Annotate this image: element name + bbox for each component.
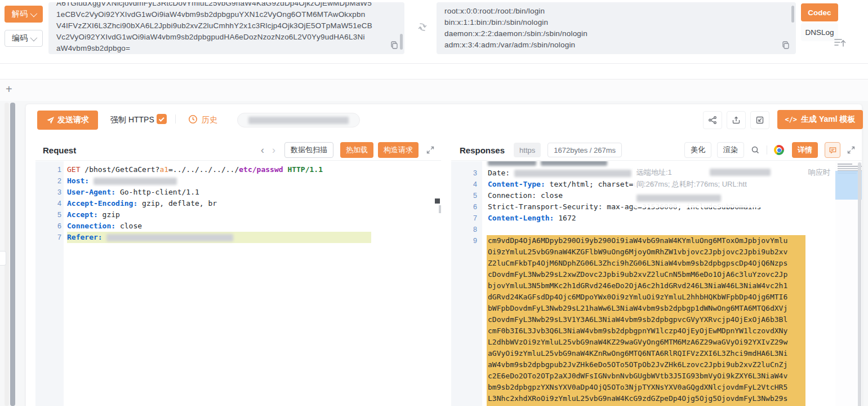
request-line[interactable]: 2Host: xyxy=(35,175,441,187)
line-number: 3 xyxy=(451,167,477,179)
copy-icon[interactable] xyxy=(390,41,399,50)
prev-packet-icon[interactable]: ‹ xyxy=(261,144,264,156)
packet-scan-button[interactable]: 数据包扫描 xyxy=(284,142,333,158)
highlighted-base64: aW4vbm9sb2dpbgpub2JvZHk6eDo5OTo5OTpOb2Jv… xyxy=(487,359,805,370)
responses-title: Responses xyxy=(460,145,505,155)
highlighted-base64: aGVyOi9zYmluL25vbG9naW4KZnRwOng6MTQ6NTA6… xyxy=(487,348,805,359)
line-content: User-Agent: Go-http-client/1.1 xyxy=(67,187,199,198)
response-body-line[interactable]: cDovdmFyL3Nwb29sL3V1Y3A6L3NiaW4vbm9sb2dp… xyxy=(451,314,862,325)
share-button[interactable] xyxy=(703,111,722,129)
response-body-line[interactable]: Oi9zYmluL25vbG9naW4KZGFlbW9uOng6MjoyOmRh… xyxy=(451,246,862,258)
response-line[interactable]: 7Content-Length: 1672 xyxy=(451,213,862,224)
line-number: 9 xyxy=(451,235,477,246)
response-body-line[interactable]: dGRvd24KaGFsdDp4Ojc6MDpoYWx0Oi9zYmluOi9z… xyxy=(451,292,862,303)
check-icon xyxy=(158,116,164,121)
history-clock-icon[interactable] xyxy=(188,114,198,124)
response-body-line[interactable]: c2E6eDo2OTo2OTp2aXJ0dWFsIGNvbnNvbGUgbWVt… xyxy=(451,370,862,382)
response-scrollbar[interactable] xyxy=(858,162,861,406)
response-body-line[interactable]: bjovYmluL3N5bmMKc2h1dGRvd246eDo2OjA6c2h1… xyxy=(451,280,862,292)
chrome-icon[interactable] xyxy=(774,145,784,155)
overview-ruler-mark xyxy=(439,205,441,213)
fullscreen-icon[interactable] xyxy=(426,146,434,154)
paper-plane-icon xyxy=(46,116,55,125)
tab-dnslog-label: DNSLog xyxy=(805,28,834,37)
line-content: Referer: xyxy=(67,232,371,243)
send-request-label: 发送请求 xyxy=(57,115,89,125)
response-body-line[interactable]: bm9sb2dpbgpzYXNsYXV0aDp4OjQ5OTo3NjpTYXNs… xyxy=(451,382,862,393)
next-packet-icon[interactable]: › xyxy=(272,144,275,156)
response-body-line[interactable]: cmF0b3I6L3Jvb3Q6L3NiaW4vbm9sb2dpbgpnYW1l… xyxy=(451,325,862,337)
response-body-line[interactable]: bWFpbDovdmFyL3Nwb29sL21haWw6L3NiaW4vbm9s… xyxy=(451,303,862,314)
protocol-tag: https xyxy=(514,143,541,157)
codec-output[interactable]: root:x:0:0:root:/root:/bin/loginbin:x:1:… xyxy=(437,2,796,54)
fullscreen-icon[interactable] xyxy=(847,146,855,154)
highlighted-base64: bWFpbDovdmFyL3Nwb29sL21haWw6L3NiaW4vbm9s… xyxy=(487,303,805,314)
request-line[interactable]: 1GET /bhost/GetCaCert?a1=../../../../../… xyxy=(35,164,441,175)
generate-yaml-button[interactable]: </> 生成 Yaml 模板 xyxy=(777,110,863,129)
line-content: Connection: close xyxy=(67,220,142,232)
response-body-line[interactable]: L3Nhc2xhdXRoOi9zYmluL25vbG9naW4KcG9zdGZp… xyxy=(451,393,862,404)
copy-icon[interactable] xyxy=(781,41,790,50)
export-button[interactable] xyxy=(727,111,746,129)
tab-codec-label: Codec xyxy=(808,8,831,17)
responses-header: Responses https 1672bytes / 267ms 美化 渲染 … xyxy=(451,140,862,161)
render-button[interactable]: 渲染 xyxy=(717,142,744,158)
divider xyxy=(175,114,176,123)
response-body-line[interactable]: aW4vbm9sb2dpbgpub2JvZHk6eDo5OTo5OTpOb2Jv… xyxy=(451,359,862,370)
response-editor[interactable]: 3Date: GMT4Content-Type: text/html; char… xyxy=(451,161,862,406)
chevron-down-icon xyxy=(30,10,38,17)
response-body-line[interactable]: 9cm9vdDp4OjA6MDpyb290Oi9yb290Oi9iaW4vbG9… xyxy=(451,235,862,246)
sidebar-collapse-handle[interactable] xyxy=(0,251,6,266)
collapse-panel-icon[interactable] xyxy=(833,35,847,50)
response-body-line[interactable]: aGVyOi9zYmluL25vbG9naW4KZnRwOng6MTQ6NTA6… xyxy=(451,348,862,359)
overview-ruler-mark xyxy=(435,198,440,204)
response-body-line[interactable]: L2dhbWVzOi9zYmluL25vbG9naW4KZ29waGVyOng6… xyxy=(451,337,862,348)
request-line[interactable]: 5Accept: gzip xyxy=(35,209,441,220)
codec-input[interactable]: A6TGludXggVXNlcjovdmFyL3RtcDovYmluL25vbG… xyxy=(48,2,404,54)
request-editor[interactable]: 1GET /bhost/GetCaCert?a1=../../../../../… xyxy=(35,161,441,406)
target-url-field[interactable] xyxy=(237,113,360,127)
send-request-button[interactable]: 发送请求 xyxy=(37,111,98,130)
highlighted-base64: bjovYmluL3N5bmMKc2h1dGRvd246eDo2OjA6c2h1… xyxy=(487,280,805,292)
beautify-button[interactable]: 美化 xyxy=(684,142,711,158)
force-https-checkbox[interactable] xyxy=(157,114,167,124)
swap-arrows-icon[interactable] xyxy=(417,21,428,33)
decode-button[interactable]: 解码 xyxy=(5,6,43,23)
highlighted-base64: L2dhbWVzOi9zYmluL25vbG9naW4KZ29waGVyOng6… xyxy=(487,337,805,348)
response-line[interactable]: 8 xyxy=(451,224,862,235)
details-button[interactable]: 详情 xyxy=(792,142,818,158)
force-https-label: 强制 HTTPS xyxy=(110,115,154,125)
new-tab-button[interactable]: + xyxy=(6,83,12,96)
import-edit-button[interactable] xyxy=(750,111,769,129)
line-number: 2 xyxy=(35,175,61,187)
construct-request-button[interactable]: 构造请求 xyxy=(378,142,419,158)
request-line[interactable]: 4Accept-Encoding: gzip, deflate, br xyxy=(35,198,441,209)
search-icon[interactable] xyxy=(751,145,760,155)
line-content: GET /bhost/GetCaCert?a1=../../../../../e… xyxy=(67,164,323,175)
line-number: 7 xyxy=(451,213,477,224)
highlighted-base64: c2E6eDo2OTo2OTp2aXJ0dWFsIGNvbnNvbGUgbWVt… xyxy=(487,370,805,382)
request-line[interactable]: 6Connection: close xyxy=(35,220,441,232)
splitter-scrollbar[interactable] xyxy=(10,103,15,406)
import-edit-icon xyxy=(755,116,764,125)
scrollbar-thumb[interactable] xyxy=(400,34,403,50)
feedback-chat-icon[interactable] xyxy=(825,142,840,158)
response-body-line[interactable]: Z2luCmFkbTp4OjM6NDphZG06L3Zhci9hZG06L3Ni… xyxy=(451,258,862,269)
line-number: 4 xyxy=(451,179,477,190)
highlighted-base64: cmF0b3I6L3Jvb3Q6L3NiaW4vbm9sb2dpbgpnYW1l… xyxy=(487,325,805,337)
request-line[interactable]: 3User-Agent: Go-http-client/1.1 xyxy=(35,187,441,198)
line-number: 6 xyxy=(35,220,61,232)
response-time-label-part1: 响应时 xyxy=(808,166,830,178)
highlighted-base64: Oi9zYmluL25vbG9naW4KZGFlbW9uOng6MjoyOmRh… xyxy=(487,246,805,258)
response-body-line[interactable]: cDovdmFyL3Nwb29sL2xwZDovc2Jpbi9ub2xvZ2lu… xyxy=(451,269,862,280)
line-content: Content-Type: text/html; charset=utf-8 xyxy=(488,179,655,190)
scrollbar-thumb[interactable] xyxy=(791,6,794,23)
history-link[interactable]: 历史 xyxy=(202,115,217,125)
redacted-value xyxy=(541,161,607,166)
encode-button[interactable]: 编码 xyxy=(5,30,43,47)
chevron-down-icon xyxy=(30,34,38,41)
request-line[interactable]: 7Referer: xyxy=(35,232,441,243)
hot-reload-button[interactable]: 热加载 xyxy=(340,142,373,158)
tab-codec[interactable]: Codec xyxy=(801,3,838,21)
codec-input-text: A6TGludXggVXNlcjovdmFyL3RtcDovYmluL25vbG… xyxy=(48,2,404,54)
